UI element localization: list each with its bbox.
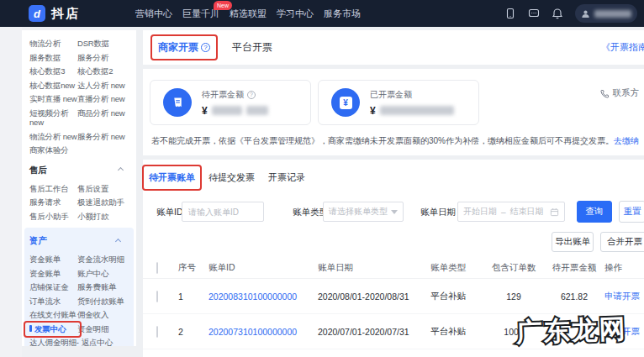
sidebar-item[interactable]: 售后小助手 [29, 212, 77, 222]
sidebar-item[interactable]: 短视频分析new [29, 108, 77, 128]
select-all-checkbox[interactable] [156, 262, 158, 274]
user-icon [581, 9, 590, 18]
col-header-pending-amount: 待开票金额 [544, 262, 604, 274]
card-value-redacted: ¥ [370, 105, 454, 117]
card-value-redacted: ¥ [202, 105, 268, 117]
sidebar-item[interactable]: 货到付款账单 [77, 297, 134, 307]
bill-date-range-input[interactable]: 开始日期 – 结束日期 [457, 202, 565, 222]
sidebar-item[interactable]: 资金账单 [29, 269, 77, 279]
export-bills-button[interactable]: 导出账单 [552, 232, 594, 252]
help-icon[interactable]: ? [247, 91, 256, 99]
sidebar-section-asset[interactable]: 资产 [29, 235, 134, 247]
cell-bill-date: 2020/08/01-2020/08/31 [318, 291, 430, 302]
sidebar-item[interactable]: 核心数据new [29, 81, 77, 91]
sidebar-item[interactable]: 服务分析 new [77, 132, 136, 142]
sidebar-section-aftersale[interactable]: 售后 [29, 165, 136, 176]
row-checkbox[interactable] [156, 291, 158, 302]
sidebar-item[interactable]: DSR数据 [77, 39, 136, 49]
sidebar-item[interactable]: 订单流水 [29, 297, 77, 307]
sidebar-item[interactable]: 账户中心 [77, 269, 134, 279]
sidebar-item[interactable]: 达人佣金明细- [29, 338, 82, 346]
sidebar-item[interactable]: 核心数据2 [77, 66, 136, 76]
sidebar-item-invoice-center[interactable]: 发票中心 [29, 324, 77, 334]
sidebar-item[interactable]: 售后设置 [77, 184, 136, 194]
tab-pending-submission[interactable]: 待提交发票 [209, 170, 255, 186]
contact-link[interactable]: 联系方 [600, 87, 640, 99]
search-button[interactable]: 查询 [577, 201, 612, 223]
nav-item-juliang-qianchuan[interactable]: 巨量千川New [182, 4, 219, 24]
sidebar-item[interactable]: 极速退款助手 [77, 197, 136, 207]
bill-id-label: 账单ID [156, 207, 183, 218]
cell-pending-amount: 621.82 [544, 291, 604, 302]
bill-id-link[interactable]: 202007310100000000 [209, 327, 318, 337]
collapse-icon[interactable] [118, 167, 124, 173]
col-header-bill-id: 账单ID [209, 262, 318, 274]
doudian-console: d 抖店 营销中心 巨量千川New 精选联盟 学习中心 服务市场 物流分析DSR… [0, 0, 644, 357]
sidebar-rail [0, 27, 22, 357]
bell-icon[interactable] [552, 8, 563, 19]
reset-button[interactable]: 重置 [619, 201, 644, 223]
sidebar-item[interactable]: 核心数据3 [29, 66, 77, 76]
app-logo[interactable]: d 抖店 [29, 5, 80, 22]
help-icon[interactable]: ? [201, 43, 210, 52]
sidebar-item[interactable]: 服务请求 [29, 197, 77, 207]
collapse-icon[interactable] [115, 238, 121, 244]
sidebar-item[interactable]: 佣金收入 [77, 310, 134, 320]
cell-bill-type: 平台补贴 [430, 291, 483, 302]
sidebar-item[interactable]: 实时直播 new [29, 94, 77, 104]
sidebar-item[interactable]: 服务数据 [29, 53, 77, 63]
sidebar-item[interactable]: 直播分析 new [77, 94, 136, 104]
sidebar-item[interactable]: 售后工作台 [29, 184, 77, 194]
row-checkbox[interactable] [156, 326, 158, 338]
bill-id-link[interactable]: 202008310100000000 [209, 291, 318, 302]
table-header-row: 序号 账单ID 账单日期 账单类型 包含订单数 待开票金额 操作 [143, 257, 644, 279]
message-icon[interactable] [528, 8, 540, 19]
sidebar-item[interactable]: 店铺保证金 [29, 282, 77, 292]
sidebar-item[interactable]: 物流分析 new [29, 132, 77, 142]
apply-invoice-link[interactable]: 申请开票 [604, 326, 643, 338]
sidebar-item[interactable]: 返点中心 [82, 338, 134, 346]
sidebar-item[interactable]: 资金流水明细 [77, 255, 134, 265]
sidebar-item[interactable]: 商品分析 new [77, 108, 136, 128]
sidebar-item[interactable]: 服务分析 [77, 53, 136, 63]
nav-item-marketing-center[interactable]: 营销中心 [135, 4, 172, 24]
mobile-icon[interactable] [504, 8, 516, 19]
sidebar-item[interactable]: 达人分析 new [77, 81, 136, 91]
tab-invoice-records[interactable]: 开票记录 [268, 170, 305, 186]
sidebar-item[interactable]: 资金明细 [77, 324, 134, 334]
sidebar-section-asset-block: 资产 资金账单资金流水明细 资金账单账户中心 店铺保证金服务费账单 订单流水货到… [24, 228, 134, 346]
account-menu[interactable] [575, 4, 637, 23]
tab-platform-invoicing[interactable]: 平台开票 [232, 40, 272, 55]
tab-merchant-invoicing[interactable]: 商家开票 ? [158, 40, 210, 55]
tab-pending-bills[interactable]: 待开票账单 [149, 170, 195, 186]
cell-no: 1 [178, 291, 209, 302]
invoice-tabs: 待开票账单 待提交发票 开票记录 [149, 170, 305, 186]
invoicing-guide-link[interactable]: 《开票指南 [601, 41, 644, 54]
apply-invoice-link[interactable]: 申请开票 [604, 291, 643, 302]
merge-invoice-button[interactable]: 合并开票 [600, 232, 644, 252]
sidebar-item[interactable]: 小额打款 [77, 212, 136, 222]
sidebar-item[interactable] [77, 145, 136, 155]
nav-item-featured-alliance[interactable]: 精选联盟 [230, 4, 267, 24]
bill-type-select[interactable]: 请选择账单类型 [323, 202, 404, 222]
nav-icon-group [504, 4, 637, 23]
nav-item-learning-center[interactable]: 学习中心 [277, 4, 314, 24]
chevron-down-icon [391, 210, 398, 214]
bill-id-input[interactable] [182, 202, 264, 222]
compensation-notice: 若不能完成开票，依据《平台发票管理规范》，商家需缴纳未开发票面额的30%作为补偿… [151, 135, 641, 147]
sidebar-item[interactable]: 物流分析 [29, 39, 77, 49]
active-indicator [29, 325, 32, 332]
sidebar-item[interactable]: 资金账单 [29, 255, 77, 265]
invoice-list-panel: 待开票账单 待提交发票 开票记录 账单ID 账单类型 请选择账单类型 账单日期 … [143, 160, 644, 357]
col-header-action: 操作 [604, 262, 643, 274]
go-pay-link[interactable]: 去缴纳 [614, 136, 639, 145]
sidebar-item[interactable]: 商家体验分 [29, 145, 77, 155]
sidebar-item[interactable]: 服务费账单 [77, 282, 134, 292]
table-row: 1 202008310100000000 2020/08/01-2020/08/… [143, 279, 644, 314]
summary-panel: 待开票金额? ¥ ¥ 已开票金额 ¥ 联系方 若不能完成开票，依据《平台发票管理… [143, 69, 644, 155]
col-header-bill-type: 账单类型 [430, 262, 483, 274]
yen-icon: ¥ [331, 88, 360, 117]
col-header-order-count: 包含订单数 [483, 262, 544, 274]
sidebar-item[interactable]: 在线支付账单 [29, 310, 77, 320]
nav-item-service-market[interactable]: 服务市场 [324, 4, 361, 24]
